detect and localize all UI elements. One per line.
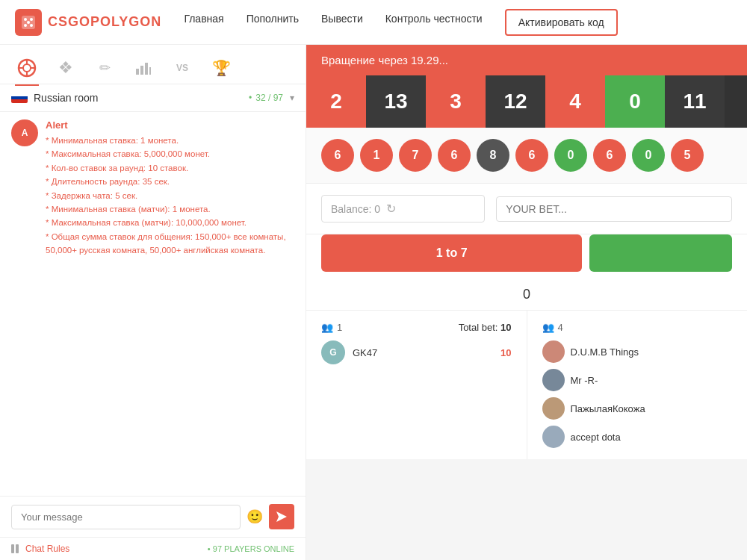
bet-amount: 10 <box>500 347 511 358</box>
circle-4: 8 <box>477 139 509 172</box>
bet-username: GK47 <box>353 347 493 358</box>
total-bet: Total bet: 10 <box>459 322 512 333</box>
strip-cell-1: 13 <box>366 75 426 128</box>
bet-count: 0 <box>306 283 747 311</box>
nav-withdraw[interactable]: Вывести <box>321 9 363 36</box>
nav-activate-code[interactable]: Активировать код <box>505 9 618 36</box>
red-bets-column: 👥 1 Total bet: 10 G GK47 10 <box>306 311 527 459</box>
logo: CSGOPOLYGON <box>15 9 161 36</box>
circle-8: 0 <box>632 139 665 172</box>
right-avatar-0 <box>542 340 565 363</box>
chat-area: A Alert * Минимальная ставка: 1 монета. … <box>0 112 306 496</box>
right-username-0: D.U.M.B Things <box>571 346 639 358</box>
send-button[interactable] <box>269 504 294 529</box>
balance-label: Balance: 0 <box>331 203 380 215</box>
chat-sidebar: ❖ ✏ VS 🏆 Russian room 32 / 97 ▾ <box>0 45 306 560</box>
bet-red-button[interactable]: 1 to 7 <box>321 234 582 272</box>
spinning-banner: Вращение через 19.29... <box>306 45 747 75</box>
right-username-3: accept dota <box>571 432 621 443</box>
tab-stats[interactable] <box>131 56 155 80</box>
right-avatar-3 <box>542 426 565 448</box>
balance-display: Balance: 0 ↻ <box>321 195 485 223</box>
logo-icon <box>15 9 42 36</box>
bets-table: 👥 1 Total bet: 10 G GK47 10 👥 <box>306 311 747 459</box>
svg-point-4 <box>30 24 33 27</box>
svg-point-5 <box>27 21 30 24</box>
message-input-area: 🙂 <box>0 496 306 537</box>
red-bets-header: 👥 1 Total bet: 10 <box>321 322 512 333</box>
room-name: Russian room <box>34 92 98 104</box>
svg-point-2 <box>30 18 33 21</box>
main-layout: ❖ ✏ VS 🏆 Russian room 32 / 97 ▾ <box>0 45 747 560</box>
green-bets-column: 👥 4 D.U.M.B Things Mr -R- ПажылаяКокожа <box>527 311 748 459</box>
svg-marker-16 <box>276 511 287 522</box>
green-bets-header: 👥 4 <box>542 322 733 333</box>
bet-input[interactable] <box>496 196 732 222</box>
header: CSGOPOLYGON Главная Пополнить Вывести Ко… <box>0 0 747 45</box>
circle-3: 6 <box>438 139 471 172</box>
chat-rules-link[interactable]: Chat Rules <box>11 544 69 554</box>
tab-dice[interactable]: ❖ <box>54 56 78 80</box>
bet-green-button[interactable] <box>589 234 732 272</box>
sidebar-tabs: ❖ ✏ VS 🏆 <box>0 45 306 84</box>
strip-cell-6: 11 <box>665 75 725 128</box>
right-user-2: ПажылаяКокожа <box>542 397 733 420</box>
right-user-3: accept dota <box>542 426 733 448</box>
spinning-text: Вращение через 19.29... <box>321 54 448 66</box>
right-avatar-1 <box>542 369 565 391</box>
strip-cell-2: 3 <box>426 75 486 128</box>
pause-icon <box>11 544 22 554</box>
players-online: • 97 PLAYERS ONLINE <box>208 544 294 553</box>
refresh-icon[interactable]: ↻ <box>386 202 396 216</box>
svg-point-1 <box>24 18 27 21</box>
right-username-2: ПажылаяКокожа <box>571 403 645 414</box>
svg-rect-14 <box>145 63 148 75</box>
bet-area: Balance: 0 ↻ <box>306 184 747 234</box>
svg-rect-12 <box>136 69 139 75</box>
strip-cell-0: 2 <box>306 75 366 128</box>
nav-fairness[interactable]: Контроль честности <box>385 9 483 36</box>
bet-buttons: 1 to 7 <box>306 234 747 283</box>
circle-5: 6 <box>515 139 548 172</box>
logo-text: CSGOPOLYGON <box>48 14 161 30</box>
chat-footer: Chat Rules • 97 PLAYERS ONLINE <box>0 537 306 560</box>
svg-rect-13 <box>140 66 143 75</box>
bet-row: G GK47 10 <box>321 340 512 364</box>
message-input[interactable] <box>11 505 241 529</box>
right-username-1: Mr -R- <box>571 375 598 386</box>
players-icon: 👥 <box>321 322 333 333</box>
russia-flag-icon <box>11 93 28 103</box>
circle-6: 0 <box>554 139 587 172</box>
circle-row: 6 1 7 6 8 6 0 6 0 5 <box>306 128 747 184</box>
players-icon-right: 👥 <box>542 322 554 333</box>
emoji-button[interactable]: 🙂 <box>247 508 263 525</box>
circle-0: 6 <box>321 139 354 172</box>
circle-1: 1 <box>360 139 393 172</box>
tab-roulette[interactable] <box>15 56 39 80</box>
right-content: Вращение через 19.29... 2 13 3 12 4 0 11… <box>306 45 747 560</box>
room-selector[interactable]: Russian room 32 / 97 ▾ <box>0 84 306 112</box>
dropdown-icon[interactable]: ▾ <box>290 93 294 103</box>
tab-versus[interactable]: VS <box>170 56 194 80</box>
circle-7: 6 <box>593 139 626 172</box>
number-strip: 2 13 3 12 4 0 11 <box>306 75 747 128</box>
nav-deposit[interactable]: Пополнить <box>247 9 299 36</box>
alert-message: A Alert * Минимальная ставка: 1 монета. … <box>11 119 294 258</box>
svg-point-3 <box>24 24 27 27</box>
strip-cell-5: 0 <box>605 75 665 128</box>
alert-text: * Минимальная ставка: 1 монета. * Максим… <box>46 134 294 258</box>
room-count: 32 / 97 ▾ <box>249 93 294 103</box>
room-flag: Russian room <box>11 92 98 104</box>
circle-9: 5 <box>671 139 704 172</box>
main-nav: Главная Пополнить Вывести Контроль честн… <box>184 9 732 36</box>
strip-cell-4: 4 <box>545 75 605 128</box>
alert-name: Alert <box>46 119 294 131</box>
red-bets-players: 👥 1 <box>321 322 342 333</box>
tab-trophy[interactable]: 🏆 <box>209 56 233 80</box>
svg-rect-15 <box>149 67 151 75</box>
alert-avatar: A <box>11 119 38 146</box>
right-user-0: D.U.M.B Things <box>542 340 733 363</box>
nav-home[interactable]: Главная <box>184 9 223 36</box>
tab-edit[interactable]: ✏ <box>93 56 117 80</box>
alert-content: Alert * Минимальная ставка: 1 монета. * … <box>46 119 294 258</box>
